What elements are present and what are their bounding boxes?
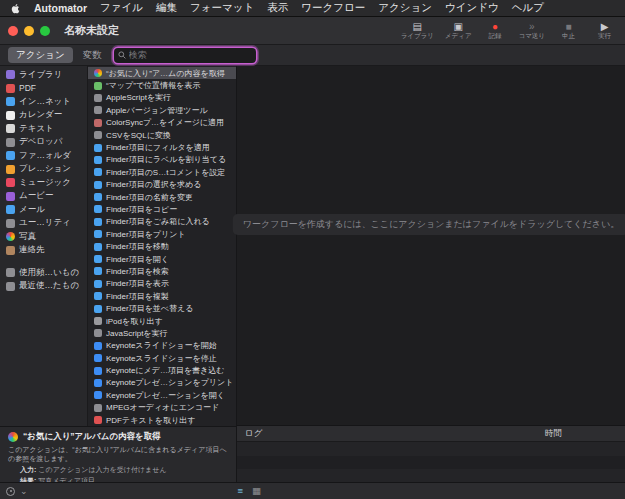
action-label: Finder項目の選択を求める [106,179,201,190]
action-list-item[interactable]: CSVをSQLに変換 [88,129,236,141]
action-list-item[interactable]: Finder項目をプリント [88,228,236,240]
menu-item[interactable]: 表示 [267,1,288,15]
action-icon [94,193,102,201]
action-list-item[interactable]: AppleScriptを実行 [88,92,236,104]
action-icon [94,119,102,127]
library-pane: ライブラリ PDF イン…ネット [0,66,237,482]
action-list-item[interactable]: Finder項目を開く [88,253,236,265]
action-icon [94,144,102,152]
action-label: Finder項目を表示 [106,278,169,289]
close-window-button[interactable] [8,26,18,36]
sidebar-item[interactable]: テキスト [0,122,87,136]
action-list-item[interactable]: Finder項目にラベルを割り当てる [88,154,236,166]
sidebar-item-label: 最近使…たもの [19,280,79,292]
category-icon [6,97,15,106]
action-list-item[interactable]: “お気に入り”ア…ムの内容を取得 [88,67,236,79]
sidebar-item-label: ライブラリ [19,69,63,81]
toolbar-button-label: ライブラリ [401,32,434,41]
action-icon [94,292,102,300]
action-list-item[interactable]: Keynoteプレゼ…ションをプリント [88,377,236,389]
sidebar-item-label: ファ…ォルダ [19,150,71,162]
log-header: ログ 時間 [237,426,625,442]
action-list-item[interactable]: Finder項目を検索 [88,265,236,277]
log-columns-view-button[interactable]: ▦ [252,486,261,496]
toolbar-button[interactable]: ▶ 実行 [592,21,617,41]
action-list-item[interactable]: PDFテキストを取り出す [88,414,236,426]
sidebar-item-label: デベロッパ [19,136,63,148]
toolbar: ▤ ライブラリ ▣ メディア ● 記録 » コ [401,21,617,41]
sidebar-item[interactable]: ミュージック [0,176,87,190]
chevron-down-icon[interactable]: ⌄ [20,487,28,496]
sidebar-item[interactable]: ファ…ォルダ [0,149,87,163]
action-list-item[interactable]: Appleバージョン管理ツール [88,104,236,116]
action-list-item[interactable]: Finder項目の選択を求める [88,179,236,191]
sidebar-item[interactable]: プレ…ション [0,163,87,177]
sidebar-item[interactable]: メール [0,203,87,217]
toolbar-button[interactable]: ● 記録 [483,21,508,41]
sidebar-item[interactable]: デベロッパ [0,136,87,150]
menu-item[interactable]: ファイル [100,1,143,15]
action-list-item[interactable]: Finder項目を表示 [88,278,236,290]
action-list-item[interactable]: “マップ”で位置情報を表示 [88,79,236,91]
menu-item[interactable]: 編集 [156,1,177,15]
workflow-canvas[interactable]: ワークフローを作成するには、ここにアクションまたはファイルをドラッグしてください… [237,66,625,425]
search-field[interactable] [114,48,256,63]
media-filter-icon[interactable] [6,487,15,496]
menu-item[interactable]: アクション [378,1,432,15]
action-list-item[interactable]: JavaScriptを実行 [88,327,236,339]
apple-logo-icon[interactable] [10,3,21,14]
toolbar-button[interactable]: ■ 中止 [556,21,581,41]
action-list-item[interactable]: iPodを取り出す [88,315,236,327]
workflow-pane: ワークフローを作成するには、ここにアクションまたはファイルをドラッグしてください… [237,66,625,482]
action-list-item[interactable]: Finder項目にフィルタを適用 [88,141,236,153]
input-value: このアクションは入力を受け付けません [38,466,166,473]
action-list-item[interactable]: Finder項目のS…tコメントを設定 [88,166,236,178]
toolbar-button[interactable]: ▣ メディア [445,21,472,41]
log-list-view-button[interactable]: ≡ [238,486,244,496]
action-list-item[interactable]: Keynoteスライドショーを停止 [88,352,236,364]
sidebar-item[interactable]: ライブラリ [0,68,87,82]
menu-item[interactable]: フォーマット [190,1,254,15]
action-label: Finder項目にフィルタを適用 [106,142,210,153]
toolbar-button[interactable]: » コマ送り [519,21,545,41]
sidebar-item[interactable]: ユー…リティ [0,217,87,231]
action-label: Finder項目を開く [106,254,169,265]
search-input[interactable] [129,50,252,60]
sidebar-item[interactable]: 連絡先 [0,244,87,258]
sidebar-item[interactable]: 写真 [0,230,87,244]
sidebar-item[interactable]: PDF [0,82,87,96]
menu-item[interactable]: ワークフロー [301,1,365,15]
sidebar-item[interactable]: ムービー [0,190,87,204]
action-list-item[interactable]: ColorSyncプ…をイメージに適用 [88,117,236,129]
action-label: JavaScriptを実行 [106,328,168,339]
category-icon [6,111,15,120]
action-list-item[interactable]: Keynoteにメデ…項目を書き込む [88,364,236,376]
action-icon [94,404,102,412]
category-icon [6,246,15,255]
action-list-item[interactable]: Finder項目をごみ箱に入れる [88,216,236,228]
action-list-item[interactable]: Finder項目を並べ替える [88,302,236,314]
action-label: MPEGオーディオにエンコード [106,402,219,413]
action-list-item[interactable]: Finder項目の名前を変更 [88,191,236,203]
action-icon [94,391,102,399]
action-list-item[interactable]: MPEGオーディオにエンコード [88,402,236,414]
sidebar-item[interactable]: 最近使…たもの [0,280,87,294]
menu-item[interactable]: ヘルプ [512,1,544,15]
search-icon [118,51,126,59]
menu-item[interactable]: ウインドウ [445,1,499,15]
variables-tab-button[interactable]: 変数 [83,49,102,62]
minimize-window-button[interactable] [24,26,34,36]
zoom-window-button[interactable] [40,26,50,36]
action-list-item[interactable]: Finder項目を複製 [88,290,236,302]
action-list-item[interactable]: Keynoteスライドショーを開始 [88,340,236,352]
menu-app-name[interactable]: Automator [34,2,87,14]
action-list-item[interactable]: Finder項目を移動 [88,240,236,252]
sidebar-item[interactable]: カレンダー [0,109,87,123]
sidebar-item[interactable]: イン…ネット [0,95,87,109]
toolbar-button[interactable]: ▤ ライブラリ [401,21,434,41]
action-list-item[interactable]: Keynoteプレゼ…ーションを開く [88,389,236,401]
sidebar-item[interactable]: 使用頻…いもの [0,266,87,280]
action-list-item[interactable]: Finder項目をコピー [88,203,236,215]
action-icon [94,156,102,164]
actions-tab-button[interactable]: アクション [8,47,73,63]
